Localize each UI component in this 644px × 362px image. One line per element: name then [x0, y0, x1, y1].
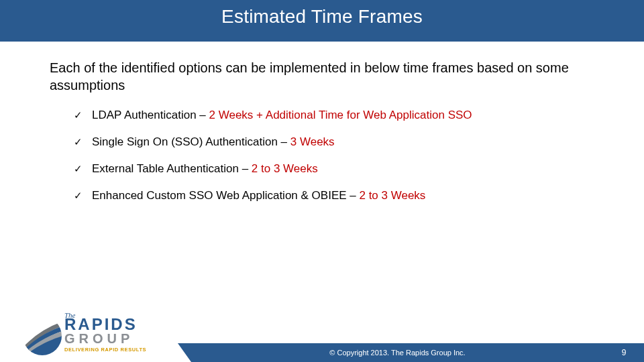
logo-line1: RAPIDS: [64, 317, 146, 333]
bullet-highlight: 2 to 3 Weeks: [252, 162, 318, 175]
bullet-highlight: 3 Weeks: [290, 135, 335, 148]
bullet-highlight: 2 to 3 Weeks: [359, 189, 425, 202]
bullet-list: ✓ LDAP Authentication – 2 Weeks + Additi…: [74, 107, 597, 215]
list-item: ✓ Enhanced Custom SSO Web Application & …: [74, 188, 597, 204]
footer-copyright: © Copyright 2013. The Rapids Group Inc.: [191, 349, 604, 357]
bullet-text: Single Sign On (SSO) Authentication – 3 …: [92, 134, 335, 150]
bullet-highlight: 2 Weeks + Additional Time for Web Applic…: [209, 109, 472, 121]
title-accent-stripe: [0, 34, 644, 42]
slide: Estimated Time Frames Each of the identi…: [0, 0, 644, 362]
checkmark-icon: ✓: [74, 188, 83, 204]
logo-text: The RAPIDS GROUP DELIVERING RAPID RESULT…: [64, 313, 146, 353]
list-item: ✓ LDAP Authentication – 2 Weeks + Additi…: [74, 107, 597, 123]
swoosh-icon: [23, 316, 62, 355]
list-item: ✓ External Table Authentication – 2 to 3…: [74, 161, 597, 177]
footer-diagonal-icon: [178, 343, 191, 362]
slide-title: Estimated Time Frames: [0, 0, 644, 34]
bullet-text: Enhanced Custom SSO Web Application & OB…: [92, 188, 425, 204]
bullet-label: LDAP Authentication –: [92, 109, 209, 121]
bullet-label: Single Sign On (SSO) Authentication –: [92, 135, 290, 148]
bullet-label: Enhanced Custom SSO Web Application & OB…: [92, 189, 359, 202]
brand-logo: The RAPIDS GROUP DELIVERING RAPID RESULT…: [23, 314, 164, 362]
list-item: ✓ Single Sign On (SSO) Authentication – …: [74, 134, 597, 150]
checkmark-icon: ✓: [74, 134, 83, 150]
page-number: 9: [604, 348, 644, 357]
logo-tagline: DELIVERING RAPID RESULTS: [64, 347, 146, 353]
logo-line2: GROUP: [64, 333, 146, 345]
bullet-text: LDAP Authentication – 2 Weeks + Addition…: [92, 107, 472, 123]
bullet-label: External Table Authentication –: [92, 162, 252, 175]
checkmark-icon: ✓: [74, 107, 83, 123]
checkmark-icon: ✓: [74, 161, 83, 177]
bullet-text: External Table Authentication – 2 to 3 W…: [92, 161, 318, 177]
intro-paragraph: Each of the identified options can be im…: [50, 59, 594, 94]
